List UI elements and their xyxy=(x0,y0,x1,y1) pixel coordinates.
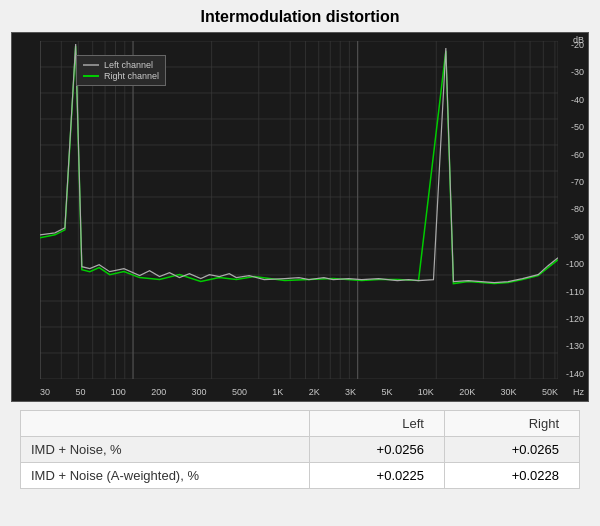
y-axis: -20 -30 -40 -50 -60 -70 -80 -90 -100 -11… xyxy=(558,41,584,379)
x-label-50: 50 xyxy=(75,387,85,397)
x-label-500: 500 xyxy=(232,387,247,397)
hz-label: Hz xyxy=(573,387,584,397)
x-axis: 30 50 100 200 300 500 1K 2K 3K 5K 10K 20… xyxy=(40,387,558,397)
x-label-20k: 20K xyxy=(459,387,475,397)
table-row: IMD + Noise, % +0.0256 +0.0265 xyxy=(21,437,580,463)
legend-right-line xyxy=(83,75,99,77)
row2-left: +0.0225 xyxy=(309,463,444,489)
legend: Left channel Right channel xyxy=(76,55,166,86)
legend-left-line xyxy=(83,64,99,66)
data-table: Left Right IMD + Noise, % +0.0256 +0.026… xyxy=(20,410,580,489)
row1-left: +0.0256 xyxy=(309,437,444,463)
x-label-5k: 5K xyxy=(381,387,392,397)
legend-right-item: Right channel xyxy=(83,71,159,81)
chart-svg xyxy=(40,41,558,379)
main-container: Intermodulation distortion -20 -30 -40 -… xyxy=(0,0,600,499)
data-table-wrapper: Left Right IMD + Noise, % +0.0256 +0.026… xyxy=(20,410,580,489)
chart-area: Left channel Right channel xyxy=(40,41,558,379)
x-label-30: 30 xyxy=(40,387,50,397)
x-label-10k: 10K xyxy=(418,387,434,397)
x-label-3k: 3K xyxy=(345,387,356,397)
x-label-2k: 2K xyxy=(309,387,320,397)
table-header-row: Left Right xyxy=(21,411,580,437)
row2-right: +0.0228 xyxy=(444,463,579,489)
chart-wrapper: -20 -30 -40 -50 -60 -70 -80 -90 -100 -11… xyxy=(11,32,589,402)
x-label-50k: 50K xyxy=(542,387,558,397)
header-right: Right xyxy=(444,411,579,437)
row1-right: +0.0265 xyxy=(444,437,579,463)
legend-right-label: Right channel xyxy=(104,71,159,81)
x-label-200: 200 xyxy=(151,387,166,397)
header-empty xyxy=(21,411,310,437)
x-label-30k: 30K xyxy=(501,387,517,397)
x-label-1k: 1K xyxy=(272,387,283,397)
row1-label: IMD + Noise, % xyxy=(21,437,310,463)
db-label: dB xyxy=(573,35,584,45)
row2-label: IMD + Noise (A-weighted), % xyxy=(21,463,310,489)
page-title: Intermodulation distortion xyxy=(10,8,590,26)
x-label-300: 300 xyxy=(192,387,207,397)
table-row: IMD + Noise (A-weighted), % +0.0225 +0.0… xyxy=(21,463,580,489)
legend-left-label: Left channel xyxy=(104,60,153,70)
x-label-100: 100 xyxy=(111,387,126,397)
header-left: Left xyxy=(309,411,444,437)
legend-left-item: Left channel xyxy=(83,60,159,70)
